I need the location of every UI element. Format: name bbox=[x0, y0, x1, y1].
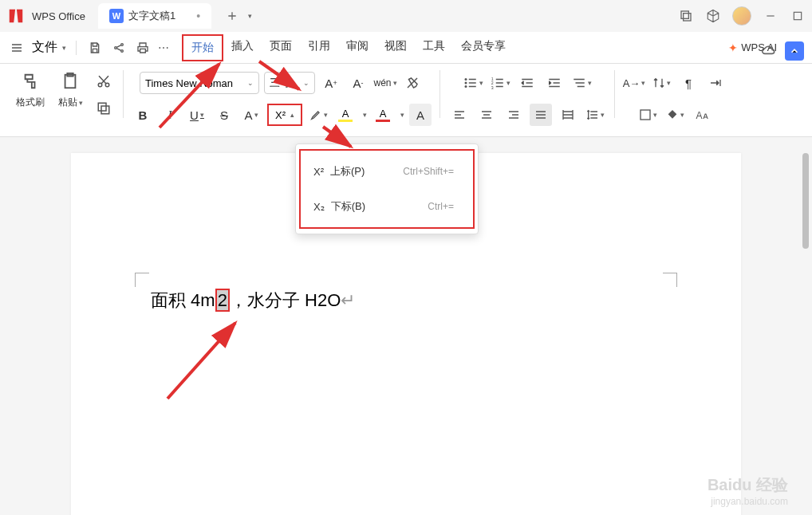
svg-rect-2 bbox=[794, 12, 801, 19]
italic-button[interactable]: I bbox=[159, 104, 181, 126]
svg-text:Aᴀ: Aᴀ bbox=[696, 110, 708, 121]
align-center-button[interactable] bbox=[475, 104, 498, 126]
svg-rect-19 bbox=[641, 110, 650, 120]
titlebar: WPS Office W 文字文稿1 • ▾ bbox=[0, 0, 812, 32]
svg-point-4 bbox=[121, 43, 124, 45]
superscript-label: 上标(P) bbox=[330, 164, 365, 179]
paragraph-mark-button[interactable]: ¶ bbox=[677, 72, 700, 94]
subscript-shortcut: Ctrl+= bbox=[428, 201, 454, 212]
distribute-button[interactable] bbox=[557, 104, 579, 126]
tab-page[interactable]: 页面 bbox=[262, 34, 300, 61]
app-logo bbox=[6, 6, 26, 26]
numbering-button[interactable]: 123▾ bbox=[489, 72, 511, 94]
window-cascade-icon[interactable] bbox=[678, 8, 694, 24]
margin-corner-tr bbox=[663, 273, 677, 287]
selected-text: 2 bbox=[215, 289, 230, 312]
cube-icon[interactable] bbox=[705, 8, 721, 24]
svg-rect-0 bbox=[681, 11, 688, 18]
format-painter-group: 格式刷 bbox=[13, 70, 48, 130]
save-icon[interactable] bbox=[86, 39, 104, 57]
align-justify-button[interactable] bbox=[530, 104, 552, 126]
word-doc-icon: W bbox=[109, 9, 124, 23]
tab-tools[interactable]: 工具 bbox=[415, 34, 453, 61]
print-icon[interactable] bbox=[134, 39, 152, 57]
bullets-button[interactable]: ▾ bbox=[462, 72, 484, 94]
increase-font-icon[interactable]: A+ bbox=[320, 72, 342, 94]
borders-button[interactable]: ▾ bbox=[637, 104, 659, 126]
superscript-subscript-button[interactable]: X² ▴ bbox=[267, 104, 302, 126]
subscript-menu-item[interactable]: X₂ 下标(B) bbox=[304, 191, 375, 222]
sort-button[interactable]: ▾ bbox=[650, 72, 672, 94]
svg-point-14 bbox=[464, 82, 467, 85]
font-color-button[interactable]: A bbox=[372, 104, 394, 126]
collapse-ribbon-icon[interactable] bbox=[785, 41, 804, 61]
decrease-font-icon[interactable]: A- bbox=[347, 72, 369, 94]
user-avatar[interactable] bbox=[732, 6, 751, 26]
shading-color-button[interactable]: ▾ bbox=[664, 104, 686, 126]
align-right-button[interactable] bbox=[503, 104, 525, 126]
minimize-button[interactable] bbox=[763, 8, 778, 24]
superscript-menu-item[interactable]: X² 上标(P) bbox=[304, 156, 374, 187]
tab-review[interactable]: 审阅 bbox=[338, 34, 376, 61]
strikethrough-button[interactable]: S bbox=[213, 104, 235, 126]
text-effects-button[interactable]: A▾ bbox=[240, 104, 262, 126]
margin-corner-tl bbox=[135, 273, 149, 287]
menubar: 文件 ▾ ⋯ 开始 插入 页面 引用 审阅 视图 工具 会员专享 ✦ WPS A… bbox=[0, 32, 812, 64]
copy-icon[interactable] bbox=[93, 97, 115, 120]
decrease-indent-button[interactable] bbox=[516, 72, 538, 94]
subscript-label: 下标(B) bbox=[331, 199, 365, 214]
tab-modified-dot[interactable]: • bbox=[196, 10, 200, 22]
script-dropdown-menu: X² 上标(P) Ctrl+Shift+= X₂ 下标(B) Ctrl+= bbox=[295, 143, 479, 234]
phonetic-guide-icon[interactable]: wén▾ bbox=[374, 72, 396, 94]
svg-rect-12 bbox=[101, 106, 109, 114]
shading-button[interactable]: A bbox=[409, 104, 432, 126]
tabs-button[interactable] bbox=[704, 72, 727, 94]
document-tab[interactable]: W 文字文稿1 • bbox=[98, 3, 211, 29]
font-name-value: Times New Roman bbox=[145, 77, 233, 89]
line-spacing-button[interactable]: ▾ bbox=[584, 104, 606, 126]
ai-spark-icon: ✦ bbox=[728, 41, 738, 54]
clear-format-icon[interactable] bbox=[401, 72, 424, 94]
tab-reference[interactable]: 引用 bbox=[300, 34, 338, 61]
highlight-color-button[interactable]: A bbox=[334, 104, 357, 126]
more-quick-actions[interactable]: ⋯ bbox=[158, 41, 169, 54]
superscript-shortcut: Ctrl+Shift+= bbox=[403, 166, 454, 177]
document-text[interactable]: 面积 4m2，水分子 H2O↵ bbox=[151, 289, 661, 313]
format-painter-label: 格式刷 bbox=[16, 96, 45, 109]
styles-button[interactable]: Aᴀ bbox=[691, 104, 713, 126]
tab-title: 文字文稿1 bbox=[128, 9, 175, 23]
cut-icon[interactable] bbox=[93, 70, 115, 92]
tab-view[interactable]: 视图 bbox=[376, 34, 415, 61]
cloud-icon[interactable] bbox=[759, 41, 778, 61]
superscript-icon: X² bbox=[313, 166, 324, 178]
tab-insert[interactable]: 插入 bbox=[223, 34, 262, 61]
script-label: X² bbox=[275, 109, 286, 121]
svg-point-13 bbox=[464, 78, 467, 81]
vertical-scrollbar[interactable] bbox=[801, 137, 809, 515]
font-name-select[interactable]: Times New Roman ⌄ bbox=[140, 72, 259, 94]
tab-member[interactable]: 会员专享 bbox=[453, 34, 514, 61]
scrollbar-thumb[interactable] bbox=[802, 153, 809, 249]
svg-rect-11 bbox=[98, 103, 106, 111]
align-left-button[interactable] bbox=[448, 104, 471, 126]
bold-button[interactable]: B bbox=[132, 104, 154, 126]
share-icon[interactable] bbox=[110, 39, 128, 57]
svg-point-3 bbox=[115, 46, 117, 49]
text-direction-button[interactable]: A→▾ bbox=[623, 72, 645, 94]
new-tab-button[interactable] bbox=[224, 8, 240, 24]
tab-home[interactable]: 开始 bbox=[182, 34, 223, 61]
tab-dropdown[interactable]: ▾ bbox=[248, 12, 252, 20]
ribbon-tabs: 开始 插入 页面 引用 审阅 视图 工具 会员专享 bbox=[182, 34, 514, 61]
hamburger-icon[interactable] bbox=[8, 39, 26, 57]
format-painter-icon[interactable] bbox=[19, 70, 41, 92]
ribbon: 格式刷 粘贴▾ Times New Roman ⌄ 三号 ⌄ A+ A- wén… bbox=[0, 64, 812, 137]
increase-indent-button[interactable] bbox=[543, 72, 566, 94]
highlight-button[interactable]: ▾ bbox=[307, 104, 329, 126]
paste-icon[interactable] bbox=[59, 70, 81, 92]
outline-button[interactable]: ▾ bbox=[570, 72, 593, 94]
underline-button[interactable]: U▾ bbox=[186, 104, 208, 126]
font-size-select[interactable]: 三号 ⌄ bbox=[264, 72, 315, 94]
paste-label: 粘贴 bbox=[58, 96, 77, 109]
maximize-button[interactable] bbox=[790, 8, 806, 24]
file-menu[interactable]: 文件 ▾ bbox=[32, 39, 66, 56]
